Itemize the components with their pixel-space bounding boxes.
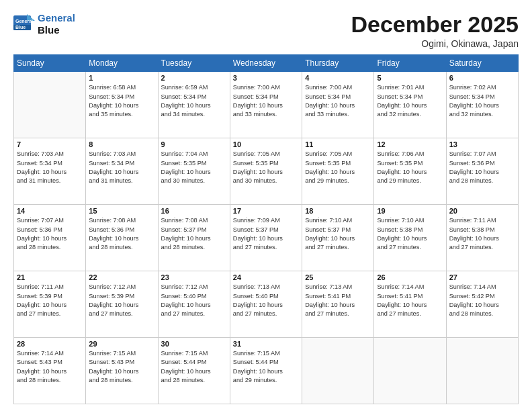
logo: General Blue General Blue bbox=[13, 12, 75, 36]
calendar-cell: 31Sunrise: 7:15 AMSunset: 5:44 PMDayligh… bbox=[230, 338, 302, 404]
day-info: Sunrise: 7:15 AMSunset: 5:44 PMDaylight:… bbox=[161, 349, 227, 385]
day-number: 15 bbox=[89, 207, 154, 215]
day-info: Sunrise: 7:02 AMSunset: 5:34 PMDaylight:… bbox=[449, 83, 515, 119]
day-info: Sunrise: 7:13 AMSunset: 5:41 PMDaylight:… bbox=[305, 283, 371, 318]
day-number: 13 bbox=[449, 140, 515, 148]
day-info: Sunrise: 7:10 AMSunset: 5:37 PMDaylight:… bbox=[305, 216, 371, 252]
calendar-cell: 27Sunrise: 7:14 AMSunset: 5:42 PMDayligh… bbox=[446, 271, 518, 338]
day-number: 8 bbox=[89, 140, 154, 148]
calendar-cell: 30Sunrise: 7:15 AMSunset: 5:44 PMDayligh… bbox=[158, 338, 230, 404]
day-info: Sunrise: 7:07 AMSunset: 5:36 PMDaylight:… bbox=[17, 216, 83, 252]
day-info: Sunrise: 7:05 AMSunset: 5:35 PMDaylight:… bbox=[233, 150, 299, 185]
weekday-header-sunday: Sunday bbox=[14, 55, 86, 72]
day-number: 6 bbox=[449, 74, 515, 82]
calendar-cell: 24Sunrise: 7:13 AMSunset: 5:40 PMDayligh… bbox=[230, 271, 302, 338]
day-number: 10 bbox=[233, 140, 299, 148]
day-info: Sunrise: 7:03 AMSunset: 5:34 PMDaylight:… bbox=[89, 150, 154, 185]
calendar-cell: 25Sunrise: 7:13 AMSunset: 5:41 PMDayligh… bbox=[302, 271, 374, 338]
day-info: Sunrise: 7:14 AMSunset: 5:41 PMDaylight:… bbox=[377, 283, 443, 318]
logo-general: General bbox=[38, 12, 75, 24]
calendar-cell: 14Sunrise: 7:07 AMSunset: 5:36 PMDayligh… bbox=[14, 205, 86, 271]
day-number: 7 bbox=[17, 140, 83, 148]
day-number: 26 bbox=[377, 273, 443, 281]
day-info: Sunrise: 7:10 AMSunset: 5:38 PMDaylight:… bbox=[377, 216, 443, 252]
day-info: Sunrise: 6:58 AMSunset: 5:34 PMDaylight:… bbox=[89, 83, 154, 119]
day-info: Sunrise: 6:59 AMSunset: 5:34 PMDaylight:… bbox=[161, 83, 227, 119]
calendar-table: SundayMondayTuesdayWednesdayThursdayFrid… bbox=[13, 54, 519, 404]
day-number: 27 bbox=[449, 273, 515, 281]
calendar-cell: 22Sunrise: 7:12 AMSunset: 5:39 PMDayligh… bbox=[86, 271, 158, 338]
day-number: 4 bbox=[305, 74, 371, 82]
day-info: Sunrise: 7:03 AMSunset: 5:34 PMDaylight:… bbox=[17, 150, 83, 185]
day-number: 28 bbox=[17, 340, 83, 348]
day-info: Sunrise: 7:15 AMSunset: 5:43 PMDaylight:… bbox=[89, 349, 154, 385]
day-number: 22 bbox=[89, 273, 154, 281]
calendar-cell bbox=[14, 72, 86, 138]
day-info: Sunrise: 7:09 AMSunset: 5:37 PMDaylight:… bbox=[233, 216, 299, 252]
day-number: 30 bbox=[161, 340, 227, 348]
calendar-cell bbox=[374, 338, 446, 404]
week-row-4: 21Sunrise: 7:11 AMSunset: 5:39 PMDayligh… bbox=[14, 271, 519, 338]
calendar-cell bbox=[302, 338, 374, 404]
calendar-cell: 1Sunrise: 6:58 AMSunset: 5:34 PMDaylight… bbox=[86, 72, 158, 138]
logo-blue: Blue bbox=[38, 24, 60, 36]
day-info: Sunrise: 7:14 AMSunset: 5:42 PMDaylight:… bbox=[449, 283, 515, 318]
day-number: 31 bbox=[233, 340, 299, 348]
day-number: 17 bbox=[233, 207, 299, 215]
weekday-header-row: SundayMondayTuesdayWednesdayThursdayFrid… bbox=[14, 55, 519, 72]
calendar-cell: 4Sunrise: 7:00 AMSunset: 5:34 PMDaylight… bbox=[302, 72, 374, 138]
day-info: Sunrise: 7:14 AMSunset: 5:43 PMDaylight:… bbox=[17, 349, 83, 385]
calendar-cell: 8Sunrise: 7:03 AMSunset: 5:34 PMDaylight… bbox=[86, 138, 158, 205]
day-number: 16 bbox=[161, 207, 227, 215]
weekday-header-wednesday: Wednesday bbox=[230, 55, 302, 72]
calendar-cell: 28Sunrise: 7:14 AMSunset: 5:43 PMDayligh… bbox=[14, 338, 86, 404]
day-number: 29 bbox=[89, 340, 154, 348]
day-info: Sunrise: 7:00 AMSunset: 5:34 PMDaylight:… bbox=[305, 83, 371, 119]
day-number: 18 bbox=[305, 207, 371, 215]
day-number: 25 bbox=[305, 273, 371, 281]
calendar-cell: 29Sunrise: 7:15 AMSunset: 5:43 PMDayligh… bbox=[86, 338, 158, 404]
calendar-cell: 11Sunrise: 7:05 AMSunset: 5:35 PMDayligh… bbox=[302, 138, 374, 205]
day-number: 1 bbox=[89, 74, 154, 82]
day-number: 20 bbox=[449, 207, 515, 215]
calendar-cell: 16Sunrise: 7:08 AMSunset: 5:37 PMDayligh… bbox=[158, 205, 230, 271]
calendar-cell: 21Sunrise: 7:11 AMSunset: 5:39 PMDayligh… bbox=[14, 271, 86, 338]
calendar-cell: 10Sunrise: 7:05 AMSunset: 5:35 PMDayligh… bbox=[230, 138, 302, 205]
logo-icon: General Blue bbox=[13, 14, 35, 34]
day-number: 2 bbox=[161, 74, 227, 82]
day-number: 11 bbox=[305, 140, 371, 148]
calendar-cell: 7Sunrise: 7:03 AMSunset: 5:34 PMDaylight… bbox=[14, 138, 86, 205]
calendar-cell: 23Sunrise: 7:12 AMSunset: 5:40 PMDayligh… bbox=[158, 271, 230, 338]
calendar-cell: 20Sunrise: 7:11 AMSunset: 5:38 PMDayligh… bbox=[446, 205, 518, 271]
day-info: Sunrise: 7:07 AMSunset: 5:36 PMDaylight:… bbox=[449, 150, 515, 185]
day-number: 9 bbox=[161, 140, 227, 148]
header: General Blue General Blue December 2025 … bbox=[13, 12, 519, 49]
calendar-cell: 5Sunrise: 7:01 AMSunset: 5:34 PMDaylight… bbox=[374, 72, 446, 138]
day-info: Sunrise: 7:06 AMSunset: 5:35 PMDaylight:… bbox=[377, 150, 443, 185]
calendar-cell: 6Sunrise: 7:02 AMSunset: 5:34 PMDaylight… bbox=[446, 72, 518, 138]
day-number: 23 bbox=[161, 273, 227, 281]
weekday-header-tuesday: Tuesday bbox=[158, 55, 230, 72]
day-number: 24 bbox=[233, 273, 299, 281]
day-info: Sunrise: 7:05 AMSunset: 5:35 PMDaylight:… bbox=[305, 150, 371, 185]
day-info: Sunrise: 7:08 AMSunset: 5:36 PMDaylight:… bbox=[89, 216, 154, 252]
week-row-1: 1Sunrise: 6:58 AMSunset: 5:34 PMDaylight… bbox=[14, 72, 519, 138]
day-info: Sunrise: 7:00 AMSunset: 5:34 PMDaylight:… bbox=[233, 83, 299, 119]
weekday-header-friday: Friday bbox=[374, 55, 446, 72]
day-info: Sunrise: 7:15 AMSunset: 5:44 PMDaylight:… bbox=[233, 349, 299, 385]
weekday-header-monday: Monday bbox=[86, 55, 158, 72]
day-info: Sunrise: 7:01 AMSunset: 5:34 PMDaylight:… bbox=[377, 83, 443, 119]
day-info: Sunrise: 7:11 AMSunset: 5:39 PMDaylight:… bbox=[17, 283, 83, 318]
calendar-cell: 2Sunrise: 6:59 AMSunset: 5:34 PMDaylight… bbox=[158, 72, 230, 138]
day-number: 21 bbox=[17, 273, 83, 281]
calendar-cell: 26Sunrise: 7:14 AMSunset: 5:41 PMDayligh… bbox=[374, 271, 446, 338]
week-row-2: 7Sunrise: 7:03 AMSunset: 5:34 PMDaylight… bbox=[14, 138, 519, 205]
day-info: Sunrise: 7:04 AMSunset: 5:35 PMDaylight:… bbox=[161, 150, 227, 185]
week-row-3: 14Sunrise: 7:07 AMSunset: 5:36 PMDayligh… bbox=[14, 205, 519, 271]
day-number: 19 bbox=[377, 207, 443, 215]
svg-text:Blue: Blue bbox=[15, 25, 26, 30]
calendar-cell: 15Sunrise: 7:08 AMSunset: 5:36 PMDayligh… bbox=[86, 205, 158, 271]
calendar-cell: 3Sunrise: 7:00 AMSunset: 5:34 PMDaylight… bbox=[230, 72, 302, 138]
day-number: 12 bbox=[377, 140, 443, 148]
day-number: 14 bbox=[17, 207, 83, 215]
